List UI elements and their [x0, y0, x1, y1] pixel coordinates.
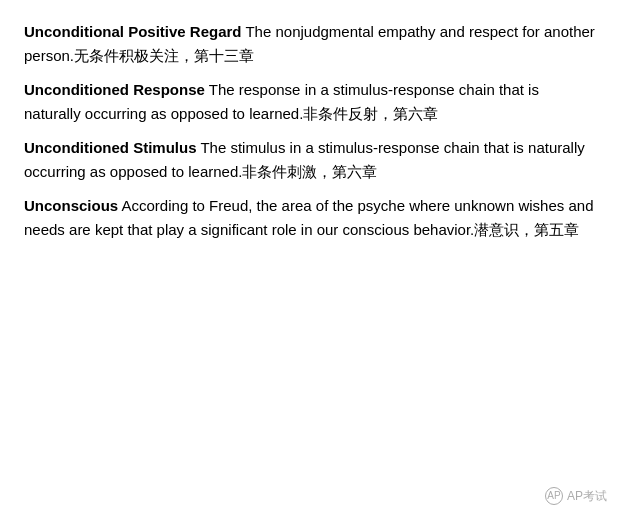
chinese-unconditioned-response: 非条件反射，第六章 [303, 105, 438, 122]
content-area: Unconditional Positive Regard The nonjud… [24, 20, 597, 242]
watermark: AP AP考试 [545, 487, 607, 506]
entry-text-unconditioned-stimulus: Unconditioned Stimulus The stimulus in a… [24, 136, 597, 184]
chinese-unconditional-positive-regard: 无条件积极关注，第十三章 [74, 47, 254, 64]
entry-unconditioned-response: Unconditioned Response The response in a… [24, 78, 597, 126]
entry-text-unconditioned-response: Unconditioned Response The response in a… [24, 78, 597, 126]
term-unconscious: Unconscious [24, 197, 118, 214]
chinese-unconscious: 潜意识，第五章 [474, 221, 579, 238]
chinese-unconditioned-stimulus: 非条件刺激，第六章 [242, 163, 377, 180]
entry-unconditioned-stimulus: Unconditioned Stimulus The stimulus in a… [24, 136, 597, 184]
entry-text-unconditional-positive-regard: Unconditional Positive Regard The nonjud… [24, 20, 597, 68]
entry-unconditional-positive-regard: Unconditional Positive Regard The nonjud… [24, 20, 597, 68]
watermark-label: AP考试 [567, 487, 607, 506]
entry-unconscious: Unconscious According to Freud, the area… [24, 194, 597, 242]
term-unconditioned-stimulus: Unconditioned Stimulus [24, 139, 197, 156]
watermark-icon: AP [545, 487, 563, 505]
term-unconditioned-response: Unconditioned Response [24, 81, 205, 98]
term-unconditional-positive-regard: Unconditional Positive Regard [24, 23, 242, 40]
entry-text-unconscious: Unconscious According to Freud, the area… [24, 194, 597, 242]
